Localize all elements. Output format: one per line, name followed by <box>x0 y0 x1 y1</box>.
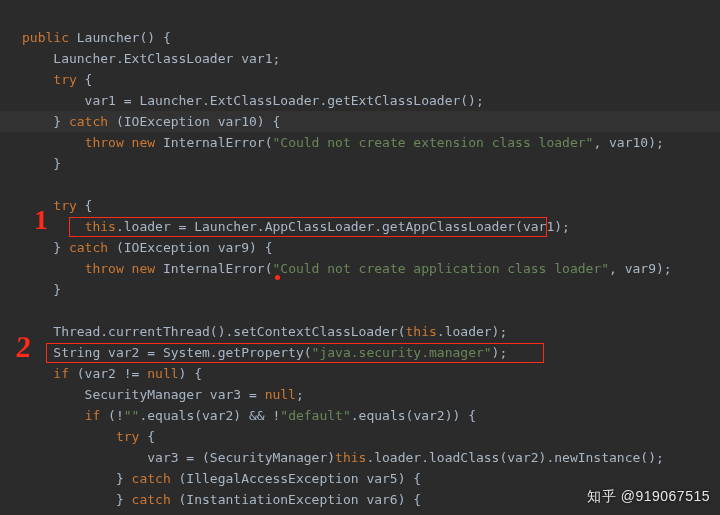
code-line: Launcher.ExtClassLoader var1; <box>22 51 280 66</box>
code-line: } <box>22 282 61 297</box>
code-line: Thread.currentThread().setContextClassLo… <box>22 324 507 339</box>
code-line: try { <box>22 72 92 87</box>
code-line: } catch (InstantiationException var6) { <box>22 492 421 507</box>
code-line: throw new InternalError("Could not creat… <box>22 261 672 276</box>
code-line: this.loader = Launcher.AppClassLoader.ge… <box>22 219 570 234</box>
code-line: var3 = (SecurityManager)this.loader.load… <box>22 450 664 465</box>
code-line: } <box>22 156 61 171</box>
code-line: if (var2 != null) { <box>22 366 202 381</box>
annotation-marker-1: 1 <box>34 206 48 234</box>
code-editor[interactable]: public Launcher() { Launcher.ExtClassLoa… <box>0 0 720 510</box>
code-line: } catch (IOException var9) { <box>22 240 272 255</box>
annotation-marker-2: 2 <box>15 332 32 362</box>
code-line: if (!"".equals(var2) && !"default".equal… <box>22 408 476 423</box>
code-line: } catch (IOException var10) { <box>22 114 280 129</box>
code-line: try { <box>22 198 92 213</box>
code-line: try { <box>22 429 155 444</box>
code-line: String var2 = System.getProperty("java.s… <box>22 345 507 360</box>
code-line: var1 = Launcher.ExtClassLoader.getExtCla… <box>22 93 484 108</box>
code-line: throw new InternalError("Could not creat… <box>22 135 664 150</box>
watermark-text: 知乎 @919067515 <box>587 486 710 507</box>
code-line: SecurityManager var3 = null; <box>22 387 304 402</box>
annotation-dot <box>275 275 280 280</box>
code-line: public Launcher() { <box>22 30 171 45</box>
code-line: } catch (IllegalAccessException var5) { <box>22 471 421 486</box>
